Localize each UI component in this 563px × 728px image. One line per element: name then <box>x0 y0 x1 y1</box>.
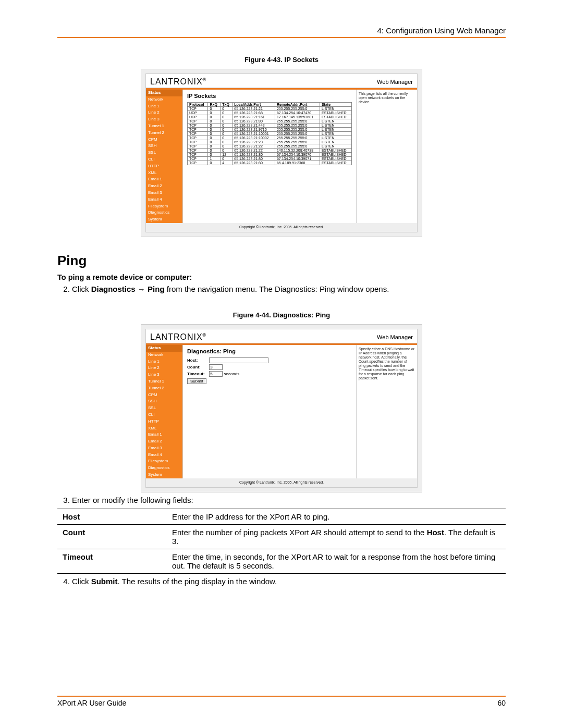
nav-item-http[interactable]: HTTP <box>146 418 182 425</box>
nav-menu: StatusNetworkLine 1Line 2Line 3Tunnel 1T… <box>146 345 183 478</box>
nav-item-diagnostics[interactable]: Diagnostics <box>146 209 182 216</box>
nav-item-email-1[interactable]: Email 1 <box>146 431 182 438</box>
timeout-label: Timeout: <box>187 372 208 376</box>
nav-item-system[interactable]: System <box>146 216 182 223</box>
nav-item-network[interactable]: Network <box>146 96 182 103</box>
table-row: Host Enter the IP address for the XPort … <box>57 509 506 524</box>
nav-item-xml[interactable]: XML <box>146 170 182 177</box>
table-row: Timeout Enter the time, in seconds, for … <box>57 549 506 573</box>
help-panel: This page lists all the currently open n… <box>356 90 417 223</box>
nav-item-cli[interactable]: CLI <box>146 412 182 418</box>
nav-item-email-3[interactable]: Email 3 <box>146 190 182 196</box>
step-3: Enter or modify the following fields: <box>72 496 506 504</box>
nav-item-ssh[interactable]: SSH <box>146 143 182 150</box>
nav-item-http[interactable]: HTTP <box>146 163 182 170</box>
brand-logo: LANTRONIX® <box>150 77 206 87</box>
nav-item-status[interactable]: Status <box>146 345 182 352</box>
col-header: State <box>320 103 351 107</box>
footer-left: XPort AR User Guide <box>57 699 126 707</box>
nav-item-system[interactable]: System <box>146 472 182 478</box>
nav-item-email-3[interactable]: Email 3 <box>146 445 182 452</box>
count-label: Count: <box>187 365 208 369</box>
nav-item-filesystem[interactable]: Filesystem <box>146 203 182 210</box>
col-header: RemoteAddr:Port <box>275 103 320 107</box>
table-row: TCP0065.126.223.21:443255.255.255.255:0L… <box>188 124 352 128</box>
nav-item-xml[interactable]: XML <box>146 425 182 432</box>
nav-item-tunnel-1[interactable]: Tunnel 1 <box>146 378 182 385</box>
footer-page-number: 60 <box>497 699 506 707</box>
panel-title: Diagnostics: Ping <box>187 348 352 354</box>
nav-item-email-2[interactable]: Email 2 <box>146 183 182 190</box>
nav-item-line-2[interactable]: Line 2 <box>146 109 182 116</box>
table-row: UDP0065.126.223.21:16112.167.145.135:536… <box>188 115 352 119</box>
col-header: RxQ <box>208 103 221 107</box>
page-footer: XPort AR User Guide 60 <box>57 696 506 707</box>
col-header: Protocol <box>188 103 208 107</box>
table-row: TCP0065.126.223.21:22255.255.255.255:0LI… <box>188 144 352 149</box>
submit-button[interactable]: Submit <box>187 378 206 384</box>
table-row: TCP1065.126.223.21:8067.134.254.10:39071… <box>188 157 352 161</box>
nav-item-cpm[interactable]: CPM <box>146 392 182 399</box>
nav-item-ssl[interactable]: SSL <box>146 405 182 412</box>
nav-item-line-3[interactable]: Line 3 <box>146 116 182 123</box>
host-label: Host: <box>187 358 208 363</box>
page-header: 4: Configuration Using Web Manager <box>57 26 506 38</box>
nav-item-email-2[interactable]: Email 2 <box>146 438 182 445</box>
nav-item-status[interactable]: Status <box>146 90 182 96</box>
nav-item-line-3[interactable]: Line 3 <box>146 372 182 378</box>
table-row: TCP0065.126.223.21:10002255.255.255.255:… <box>188 136 352 140</box>
nav-item-line-2[interactable]: Line 2 <box>146 365 182 372</box>
nav-item-network[interactable]: Network <box>146 352 182 359</box>
figure-44-caption: Figure 4-44. Diagnostics: Ping <box>57 311 506 319</box>
nav-item-email-4[interactable]: Email 4 <box>146 452 182 459</box>
col-header: LocalAddr:Port <box>232 103 275 107</box>
figure-44-screenshot: LANTRONIX® Web Manager StatusNetworkLine… <box>141 324 422 492</box>
help-panel: Specify either a DNS Hostname or IP Addr… <box>356 345 417 478</box>
nav-item-diagnostics[interactable]: Diagnostics <box>146 465 182 472</box>
brand-logo: LANTRONIX® <box>150 332 206 342</box>
count-input[interactable] <box>209 364 223 370</box>
table-row: UDP0065.126.223.21:6867.134.254.10:47470… <box>188 111 352 115</box>
table-row: TCP0065.126.223.21:21255.255.255.255:0LI… <box>188 107 352 111</box>
nav-item-tunnel-1[interactable]: Tunnel 1 <box>146 123 182 130</box>
wm-title: Web Manager <box>377 79 413 85</box>
nav-item-filesystem[interactable]: Filesystem <box>146 458 182 465</box>
host-input[interactable] <box>209 357 268 363</box>
figure-43-caption: Figure 4-43. IP Sockets <box>57 56 506 64</box>
step-2: Click Diagnostics → Ping from the naviga… <box>72 285 506 293</box>
wm-title: Web Manager <box>377 334 413 340</box>
table-row: TCP0065.126.223.21:9710255.255.255.255:0… <box>188 128 352 132</box>
nav-item-cpm[interactable]: CPM <box>146 137 182 143</box>
nav-item-cli[interactable]: CLI <box>146 156 182 163</box>
wm-footer: Copyright © Lantronix, Inc. 2005. All ri… <box>146 223 417 232</box>
fields-description-table: Host Enter the IP address for the XPort … <box>57 509 506 574</box>
table-row: Count Enter the number of ping packets X… <box>57 524 506 549</box>
table-row: TCP01265.126.223.21:8067.134.254.10:3907… <box>188 153 352 157</box>
nav-item-email-4[interactable]: Email 4 <box>146 196 182 203</box>
nav-menu: StatusNetworkLine 1Line 2Line 3Tunnel 1T… <box>146 90 183 223</box>
table-row: TCP0065.126.223.21:22140.115.32.208:4073… <box>188 149 352 153</box>
nav-item-line-1[interactable]: Line 1 <box>146 359 182 365</box>
nav-item-line-1[interactable]: Line 1 <box>146 103 182 110</box>
nav-item-tunnel-2[interactable]: Tunnel 2 <box>146 385 182 392</box>
col-header: TxQ <box>221 103 232 107</box>
nav-item-ssh[interactable]: SSH <box>146 398 182 405</box>
table-row: TCP0065.126.223.21:23255.255.255.255:0LI… <box>188 140 352 144</box>
ip-sockets-table: ProtocolRxQTxQLocalAddr:PortRemoteAddr:P… <box>187 102 352 165</box>
nav-item-email-1[interactable]: Email 1 <box>146 176 182 183</box>
section-heading-ping: Ping <box>57 253 506 269</box>
table-row: TCP0065.126.223.21:10001255.255.255.255:… <box>188 132 352 136</box>
step-4: Click Submit. The results of the ping di… <box>72 577 506 586</box>
ping-subheading: To ping a remote device or computer: <box>57 273 506 281</box>
nav-item-ssl[interactable]: SSL <box>146 150 182 156</box>
table-row: TCP0465.126.223.21:8065.4.189.91:2368EST… <box>188 161 352 165</box>
table-row: TCP0065.126.223.21:80255.255.255.255:0LI… <box>188 119 352 124</box>
timeout-unit: seconds <box>224 372 239 376</box>
panel-title: IP Sockets <box>187 93 352 99</box>
figure-43-screenshot: LANTRONIX® Web Manager StatusNetworkLine… <box>141 69 422 237</box>
nav-item-tunnel-2[interactable]: Tunnel 2 <box>146 130 182 137</box>
wm-footer: Copyright © Lantronix, Inc. 2005. All ri… <box>146 478 417 487</box>
timeout-input[interactable] <box>209 371 223 377</box>
